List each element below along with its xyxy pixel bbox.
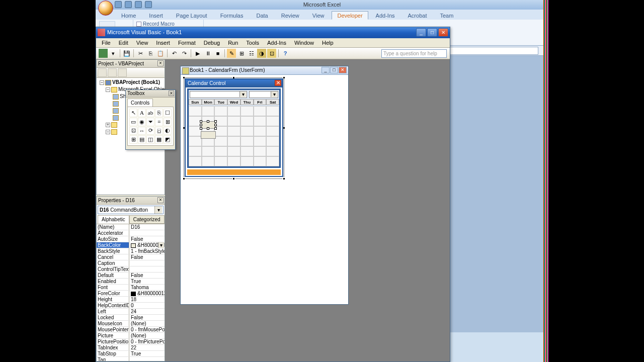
toolbox-control[interactable]: ▤: [138, 135, 146, 144]
command-button[interactable]: [201, 131, 216, 139]
toolbox-control[interactable]: ▭: [129, 118, 137, 126]
maximize-icon[interactable]: □: [330, 67, 338, 73]
property-row[interactable]: Tag: [97, 357, 165, 361]
calendar-cell[interactable]: [227, 116, 240, 126]
property-row[interactable]: (Name)D16: [97, 224, 165, 230]
cut-icon[interactable]: ✂: [136, 49, 145, 58]
project-explorer-icon[interactable]: ⊞: [237, 49, 246, 58]
view-excel-icon[interactable]: [99, 49, 108, 58]
menu-window[interactable]: Window: [291, 39, 317, 46]
close-button[interactable]: ✕: [438, 28, 448, 37]
undo-icon[interactable]: ↶: [170, 49, 179, 58]
menu-edit[interactable]: Edit: [115, 39, 132, 46]
vbe-titlebar[interactable]: Microsoft Visual Basic - Book1 _ □ ✕: [96, 27, 450, 38]
help-icon[interactable]: ?: [281, 49, 290, 58]
calendar-cell[interactable]: [266, 126, 279, 136]
ribbon-tabs[interactable]: HomeInsertPage LayoutFormulasDataReviewV…: [96, 10, 548, 20]
property-row[interactable]: BackColor&H8000000F&▾: [97, 242, 165, 248]
calendar-cell[interactable]: [189, 106, 202, 116]
command-button-d16[interactable]: [201, 121, 216, 129]
property-row[interactable]: CancelFalse: [97, 254, 165, 260]
calendar-cell[interactable]: [240, 136, 254, 146]
property-row[interactable]: AutoSizeFalse: [97, 236, 165, 242]
close-icon[interactable]: ×: [157, 197, 164, 203]
toolbox-control[interactable]: ↔: [138, 127, 146, 135]
calendar-cell[interactable]: [240, 116, 254, 126]
calendar-cell[interactable]: [266, 146, 279, 156]
property-row[interactable]: Picture(None): [97, 333, 165, 339]
menu-run[interactable]: Run: [224, 39, 242, 46]
ribbon-tab-page-layout[interactable]: Page Layout: [171, 11, 213, 20]
userform-canvas[interactable]: Calendar Control ✕ SunMonTueWedThuFriSat: [185, 78, 283, 177]
calendar-cell[interactable]: [189, 146, 202, 156]
toolbox-control[interactable]: ⊞: [164, 118, 172, 126]
object-selector[interactable]: D16 D16 CommandButtonCommandButton: [98, 206, 164, 214]
menu-format[interactable]: Format: [175, 39, 199, 46]
tab-categorized[interactable]: Categorized: [129, 215, 165, 224]
toolbox-grid[interactable]: ↖Aab⎘☐▭◉⏷≡⊞⊡↔⟳⌼◐⊞▤◫▦◩: [127, 107, 174, 146]
ribbon-tab-formulas[interactable]: Formulas: [215, 11, 249, 20]
property-row[interactable]: MousePointer0 - fmMousePointerDefault: [97, 327, 165, 333]
ribbon-tab-developer[interactable]: Developer: [332, 11, 368, 20]
calendar-cell[interactable]: [214, 146, 227, 156]
menu-add-ins[interactable]: Add-Ins: [264, 39, 290, 46]
toolbox-control[interactable]: A: [138, 109, 146, 117]
property-row[interactable]: ForeColor&H80000012&: [97, 291, 165, 297]
calendar-cell[interactable]: [214, 156, 227, 166]
save-icon[interactable]: 💾: [122, 49, 131, 58]
property-row[interactable]: PicturePosition0 - fmPicturePositionAbov…: [97, 339, 165, 345]
design-mode-icon[interactable]: ✎: [227, 49, 236, 58]
calendar-cell[interactable]: [254, 106, 267, 116]
redo-icon[interactable]: ↷: [180, 49, 189, 58]
toolbox-control[interactable]: ⟳: [146, 127, 154, 135]
toolbox-control[interactable]: ⌼: [155, 127, 163, 135]
property-row[interactable]: Accelerator: [97, 230, 165, 236]
ribbon-tab-review[interactable]: Review: [276, 11, 305, 20]
quick-access-toolbar[interactable]: [115, 1, 152, 9]
toolbox-tab-controls[interactable]: Controls: [127, 99, 153, 107]
toolbox-control[interactable]: ≡: [155, 118, 163, 126]
property-row[interactable]: EnabledTrue: [97, 279, 165, 285]
property-row[interactable]: FontTahoma: [97, 285, 165, 291]
property-row[interactable]: BackStyle1 - fmBackStyleOpaque: [97, 248, 165, 254]
tab-alphabetic[interactable]: Alphabetic: [98, 215, 129, 224]
menu-tools[interactable]: Tools: [243, 39, 263, 46]
close-icon[interactable]: ×: [157, 60, 164, 66]
property-row[interactable]: LockedFalse: [97, 315, 165, 321]
calendar-cell[interactable]: [240, 156, 254, 166]
property-row[interactable]: ControlTipText: [97, 266, 165, 273]
calendar-cell[interactable]: [189, 156, 202, 166]
toolbox-icon[interactable]: ⊡: [267, 49, 276, 58]
calendar-cell[interactable]: [202, 106, 215, 116]
office-button[interactable]: [98, 1, 113, 16]
close-icon[interactable]: ✕: [339, 67, 347, 73]
calendar-cell[interactable]: [227, 156, 240, 166]
calendar-cell[interactable]: [266, 116, 279, 126]
menu-help[interactable]: Help: [318, 39, 337, 46]
toolbox-window[interactable]: Toolbox × Controls ↖Aab⎘☐▭◉⏷≡⊞⊡↔⟳⌼◐⊞▤◫▦◩: [125, 89, 176, 150]
ribbon-tab-view[interactable]: View: [307, 11, 330, 20]
calendar-cell[interactable]: [214, 136, 227, 146]
vbe-menubar[interactable]: FileEditViewInsertFormatDebugRunToolsAdd…: [96, 38, 450, 48]
toolbox-control[interactable]: ◉: [138, 118, 146, 126]
toolbox-control[interactable]: ▦: [155, 135, 163, 144]
paste-icon[interactable]: 📋: [156, 49, 165, 58]
toolbox-control[interactable]: ☐: [164, 109, 172, 117]
ribbon-tab-home[interactable]: Home: [116, 11, 141, 20]
calendar-cell[interactable]: [254, 156, 267, 166]
calendar-cell[interactable]: [227, 106, 240, 116]
year-combo[interactable]: [249, 91, 278, 98]
copy-icon[interactable]: ⎘: [146, 49, 155, 58]
properties-title[interactable]: Properties - D16 ×: [97, 197, 165, 205]
calendar-cell[interactable]: [266, 136, 279, 146]
userform-window-titlebar[interactable]: Book1 - CalendarFrm (UserForm) _ □ ✕: [181, 66, 348, 75]
calendar-cell[interactable]: [266, 106, 279, 116]
toolbox-control[interactable]: ↖: [129, 109, 137, 117]
break-icon[interactable]: ⏸: [203, 49, 212, 58]
calendar-cell[interactable]: [240, 106, 254, 116]
ribbon-tab-data[interactable]: Data: [251, 11, 273, 20]
calendar-cell[interactable]: [254, 126, 267, 136]
record-macro[interactable]: Record Macro: [136, 21, 200, 27]
month-combo[interactable]: [190, 91, 247, 98]
menu-insert[interactable]: Insert: [152, 39, 174, 46]
